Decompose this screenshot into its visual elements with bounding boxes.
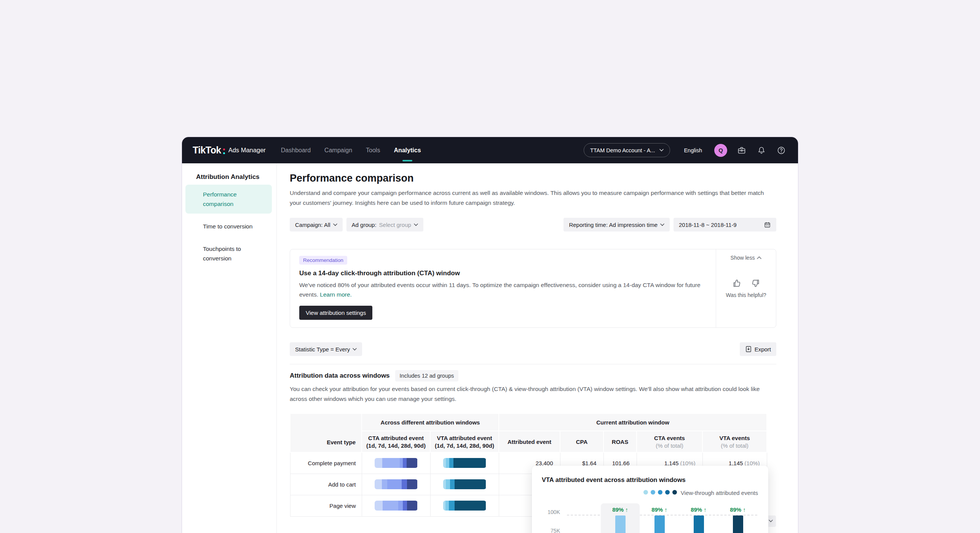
filters-left: Campaign: All Ad group: Select group — [290, 218, 423, 231]
column-header-attributed-event: Attributed event — [499, 431, 560, 452]
bar-segment — [449, 458, 453, 468]
language-selector[interactable]: English — [684, 147, 702, 153]
section-description: You can check your attribution for your … — [290, 384, 776, 404]
cta-attributed-bar — [375, 458, 418, 468]
bar-segment — [443, 479, 446, 489]
top-navigation: TikTok Ads Manager DashboardCampaignTool… — [182, 137, 798, 163]
show-less-toggle[interactable]: Show less — [731, 255, 762, 261]
event-type-cell: Page view — [290, 495, 362, 516]
ad-group-placeholder: Select group — [379, 222, 411, 228]
table-subheader-row: CTA attributed event(1d, 7d, 14d, 28d, 9… — [290, 431, 767, 452]
vta-attributed-bar — [443, 501, 486, 511]
nav-tab-tools[interactable]: Tools — [366, 138, 380, 163]
bar-segment — [446, 479, 450, 489]
divider — [290, 364, 776, 364]
ad-group-filter[interactable]: Ad group: Select group — [346, 218, 423, 231]
bar-annotation: 89% ↑ — [721, 506, 755, 513]
ad-group-filter-label: Ad group: — [352, 222, 377, 228]
cta-bar-cell — [362, 474, 430, 495]
vta-bar — [733, 515, 743, 533]
sidebar-nav: Performance comparisonTime to conversion… — [182, 185, 276, 268]
recommendation-feedback: Show less Was this helpful? — [716, 249, 776, 327]
nav-tab-campaign[interactable]: Campaign — [324, 138, 352, 163]
help-icon[interactable] — [777, 146, 786, 155]
bar-segment — [403, 458, 407, 468]
bar-segment — [449, 501, 455, 511]
bar-segment — [375, 479, 382, 489]
section-header: Attribution data across windows Includes… — [290, 370, 776, 381]
bar-segment — [383, 501, 398, 511]
recommendation-content: Recommendation Use a 14-day click-throug… — [290, 249, 716, 327]
section-title: Attribution data across windows — [290, 372, 390, 380]
campaign-filter[interactable]: Campaign: All — [290, 218, 343, 231]
reporting-time-filter[interactable]: Reporting time: Ad impression time — [563, 218, 670, 231]
page-title: Performance comparison — [290, 172, 776, 184]
statistic-type-filter[interactable]: Statistic Type = Every — [290, 342, 362, 356]
page-description: Understand and compare your campaign per… — [290, 188, 776, 208]
bar-segment — [382, 458, 400, 468]
date-range-picker[interactable]: 2018-11-8 ~ 2018-11-9 — [674, 218, 776, 231]
chevron-down-icon — [659, 149, 664, 152]
chevron-up-icon — [757, 256, 761, 259]
sidebar-title: Attribution Analytics — [196, 173, 276, 181]
logo-suffix: Ads Manager — [228, 147, 266, 154]
bar-segment — [455, 479, 486, 489]
sidebar-item-performance-comparison[interactable]: Performance comparison — [185, 185, 272, 214]
export-label: Export — [755, 346, 771, 353]
show-less-label: Show less — [731, 255, 755, 261]
recommendation-body: We've noticed 80% of your attributed eve… — [299, 280, 707, 299]
filters-row: Campaign: All Ad group: Select group Rep… — [290, 218, 776, 231]
vta-attributed-bar — [443, 458, 486, 468]
vta-bar-cell — [430, 452, 499, 474]
thumbs-up-icon[interactable] — [732, 278, 742, 288]
briefcase-icon[interactable] — [737, 146, 746, 155]
bar-segment — [443, 501, 446, 511]
column-header-cta-attributed-event: CTA attributed event(1d, 7d, 14d, 28d, 9… — [362, 431, 430, 452]
feedback-thumbs — [732, 278, 761, 288]
thumbs-down-icon[interactable] — [751, 278, 761, 288]
learn-more-link[interactable]: Learn more. — [320, 291, 352, 298]
table-toolbar: Statistic Type = Every Export — [290, 342, 776, 356]
event-type-cell: Add to cart — [290, 474, 362, 495]
vta-bar — [654, 515, 665, 533]
bar-segment — [375, 501, 383, 511]
export-icon — [745, 346, 752, 353]
bar-segment — [403, 501, 407, 511]
sidebar-item-touchpoints-to-conversion[interactable]: Touchpoints to conversion — [185, 239, 272, 268]
group-header-current-window: Current attribution window — [499, 413, 767, 431]
bar-segment — [382, 479, 388, 489]
export-button[interactable]: Export — [740, 342, 776, 356]
recommendation-title: Use a 14-day click-through attribution (… — [299, 270, 707, 277]
bar-segment — [387, 479, 401, 489]
bar-segment — [446, 458, 449, 468]
tiktok-logo: TikTok Ads Manager — [193, 145, 266, 156]
cta-bar-cell — [362, 452, 430, 474]
avatar-letter: Q — [718, 147, 723, 153]
column-header-cpa: CPA — [560, 431, 603, 452]
desktop-background: TikTok Ads Manager DashboardCampaignTool… — [0, 0, 980, 533]
bell-icon[interactable] — [757, 146, 766, 155]
column-header-roas: ROAS — [603, 431, 637, 452]
view-attribution-settings-button[interactable]: View attribution settings — [299, 306, 372, 320]
nav-tab-analytics[interactable]: Analytics — [394, 138, 421, 163]
bar-segment — [445, 501, 449, 511]
campaign-filter-label: Campaign: All — [295, 222, 330, 228]
column-header-vta-events: VTA events(% of total) — [702, 431, 767, 452]
filters-right: Reporting time: Ad impression time 2018-… — [563, 218, 776, 231]
group-header-across-windows: Across different attribution windows — [362, 413, 499, 431]
bar-segment — [407, 501, 417, 511]
ad-groups-count-chip: Includes 12 ad groups — [395, 370, 459, 381]
nav-tab-dashboard[interactable]: Dashboard — [281, 138, 311, 163]
avatar[interactable]: Q — [714, 144, 727, 157]
bar-segment — [453, 458, 486, 468]
sidebar-item-time-to-conversion[interactable]: Time to conversion — [185, 217, 272, 236]
vta-bar — [615, 515, 626, 533]
cta-attributed-bar — [375, 479, 418, 489]
recommendation-card: Recommendation Use a 14-day click-throug… — [290, 249, 776, 328]
account-selector[interactable]: TTAM Demo Account - A... — [584, 143, 670, 157]
bar-segment — [450, 479, 455, 489]
logo-text: TikTok — [193, 145, 221, 156]
bar-segment — [443, 458, 446, 468]
bar-segment — [398, 501, 403, 511]
recommendation-body-text: We've noticed 80% of your attributed eve… — [299, 282, 701, 298]
